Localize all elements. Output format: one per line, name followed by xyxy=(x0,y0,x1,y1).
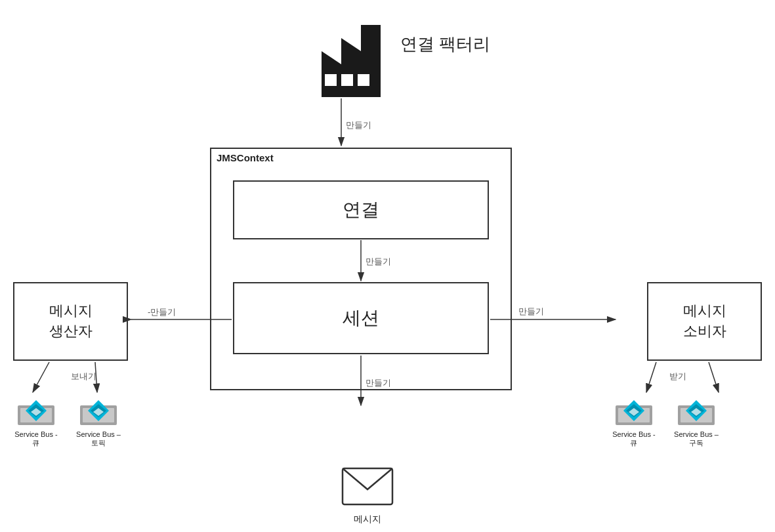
connection-label: 연결 xyxy=(343,197,379,222)
sb-queue-left-icon xyxy=(15,394,57,428)
receive-label: 받기 xyxy=(669,371,686,382)
producer-box: 메시지생산자 xyxy=(13,282,128,361)
connection-box: 연결 xyxy=(233,180,489,239)
consumer-box: 메시지소비자 xyxy=(647,282,762,361)
jms-context-title: JMSContext xyxy=(217,152,274,163)
sb-queue-right-container: Service Bus -큐 xyxy=(608,394,660,448)
svg-line-40 xyxy=(709,362,719,392)
svg-text:-만들기: -만들기 xyxy=(148,307,176,317)
svg-line-37 xyxy=(33,362,49,392)
sb-queue-left-container: Service Bus -큐 xyxy=(10,394,62,448)
svg-rect-1 xyxy=(325,74,337,86)
sb-topic-icon xyxy=(77,394,119,428)
sb-queue-right-icon xyxy=(613,394,655,428)
consumer-label: 메시지소비자 xyxy=(683,301,726,342)
svg-marker-0 xyxy=(322,25,381,97)
sb-subscription-label: Service Bus –구독 xyxy=(674,430,719,448)
factory-label: 연결 팩터리 xyxy=(400,33,490,56)
factory-icon xyxy=(302,12,381,97)
svg-rect-2 xyxy=(341,74,353,86)
sb-queue-right-label: Service Bus -큐 xyxy=(612,430,655,448)
sb-queue-left-label: Service Bus -큐 xyxy=(14,430,57,448)
sb-topic-label: Service Bus –토픽 xyxy=(76,430,121,448)
session-box: 세션 xyxy=(233,282,489,354)
sb-subscription-icon xyxy=(675,394,717,428)
producer-label: 메시지생산자 xyxy=(49,301,93,342)
sb-subscription-container: Service Bus –구독 xyxy=(670,394,723,448)
svg-text:만들기: 만들기 xyxy=(518,306,544,316)
message-icon xyxy=(341,463,394,506)
message-label: 메시지 xyxy=(341,514,394,525)
svg-text:만들기: 만들기 xyxy=(346,120,371,130)
sb-topic-container: Service Bus –토픽 xyxy=(72,394,125,448)
svg-line-39 xyxy=(646,362,656,392)
diagram: 연결 팩터리 JMSContext 연결 세션 메시지생산자 메시지소비자 보내… xyxy=(0,0,775,532)
session-label: 세션 xyxy=(343,306,379,331)
send-label: 보내기 xyxy=(71,371,96,382)
svg-rect-3 xyxy=(358,74,369,86)
